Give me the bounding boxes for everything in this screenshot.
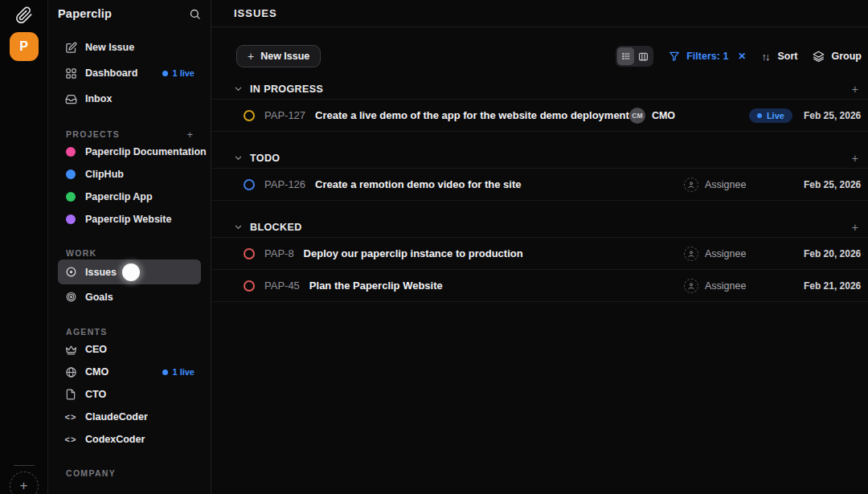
add-issue-to-section-button[interactable]: + bbox=[852, 83, 858, 96]
section-title: BLOCKED bbox=[250, 222, 302, 233]
workspace-avatar[interactable]: P bbox=[10, 32, 39, 61]
sidebar-agent-cmo[interactable]: CMO 1 live bbox=[58, 361, 201, 383]
issue-due-date: Feb 25, 2026 bbox=[804, 179, 860, 190]
sidebar-item-goals[interactable]: Goals bbox=[58, 284, 201, 309]
project-color-dot bbox=[66, 192, 76, 202]
issue-id: PAP-127 bbox=[264, 109, 305, 121]
issue-row-pap-127[interactable]: PAP-127 Create a live demo of the app fo… bbox=[211, 100, 868, 132]
layers-icon bbox=[813, 51, 825, 63]
person-icon bbox=[684, 279, 698, 293]
issues-icon bbox=[64, 266, 77, 278]
company-section-label: COMPANY bbox=[58, 467, 201, 480]
person-icon bbox=[684, 247, 698, 261]
live-dot-icon bbox=[162, 369, 168, 375]
issue-due-date: Feb 20, 2026 bbox=[804, 248, 860, 259]
sidebar-item-label: New Issue bbox=[85, 42, 134, 53]
project-color-dot bbox=[66, 147, 76, 157]
add-project-button[interactable]: + bbox=[186, 129, 193, 141]
status-blocked-icon[interactable] bbox=[244, 280, 255, 292]
compose-icon bbox=[64, 41, 77, 54]
code-icon: <> bbox=[64, 435, 77, 444]
sidebar-item-dashboard[interactable]: Dashboard 1 live bbox=[58, 60, 201, 86]
sidebar-agent-claudecoder[interactable]: <> ClaudeCoder bbox=[58, 406, 201, 428]
clear-filters-icon[interactable]: ✕ bbox=[738, 51, 746, 62]
add-issue-to-section-button[interactable]: + bbox=[852, 152, 858, 165]
issue-id: PAP-8 bbox=[264, 247, 294, 259]
group-button[interactable]: Group bbox=[813, 51, 862, 63]
sidebar-item-new-issue[interactable]: New Issue bbox=[58, 35, 201, 60]
section-blocked: BLOCKED + PAP-8 Deploy our paperclip ins… bbox=[211, 217, 868, 302]
plus-icon: + bbox=[248, 50, 254, 63]
person-icon bbox=[684, 178, 698, 192]
issue-due-date: Feb 25, 2026 bbox=[804, 110, 860, 121]
list-view-button[interactable] bbox=[617, 47, 634, 65]
rail-divider bbox=[14, 465, 35, 466]
inbox-icon bbox=[64, 92, 77, 105]
main-panel: ISSUES + New Issue bbox=[211, 0, 868, 494]
live-dot-icon bbox=[162, 71, 168, 76]
chevron-down-icon[interactable] bbox=[234, 153, 243, 162]
section-in-progress: IN PROGRESS + PAP-127 Create a live demo… bbox=[211, 79, 868, 132]
status-in-progress-icon[interactable] bbox=[244, 110, 255, 121]
issue-title: Create a live demo of the app for the we… bbox=[315, 109, 629, 121]
agents-section-label: AGENTS bbox=[58, 325, 201, 338]
chevron-down-icon[interactable] bbox=[234, 84, 243, 93]
issue-title: Deploy our paperclip instance to product… bbox=[304, 247, 523, 259]
goals-icon bbox=[64, 291, 77, 303]
workspace-rail: P + bbox=[0, 0, 48, 494]
paperclip-logo-icon bbox=[0, 0, 47, 24]
projects-section-label: PROJECTS + bbox=[58, 128, 201, 141]
live-dot-icon bbox=[757, 113, 762, 118]
add-workspace-button[interactable]: + bbox=[10, 472, 39, 494]
issue-id: PAP-45 bbox=[264, 280, 300, 292]
issue-row-pap-8[interactable]: PAP-8 Deploy our paperclip instance to p… bbox=[211, 238, 868, 270]
sidebar-item-inbox[interactable]: Inbox bbox=[58, 86, 201, 112]
dashboard-icon bbox=[64, 67, 77, 80]
sidebar-project-paperclip-documentation[interactable]: Paperclip Documentation bbox=[58, 141, 201, 163]
sidebar-title: Paperclip bbox=[58, 7, 112, 20]
issue-due-date: Feb 21, 2026 bbox=[804, 280, 860, 292]
add-issue-to-section-button[interactable]: + bbox=[852, 221, 858, 234]
issue-row-pap-126[interactable]: PAP-126 Create a remotion demo video for… bbox=[211, 169, 868, 201]
issue-row-pap-45[interactable]: PAP-45 Plan the Paperclip Website Assign… bbox=[211, 270, 868, 302]
search-icon[interactable] bbox=[189, 8, 201, 20]
board-view-button[interactable] bbox=[635, 47, 652, 65]
issue-title: Create a remotion demo video for the sit… bbox=[315, 178, 521, 190]
sort-arrows-icon: ↑↓ bbox=[761, 51, 771, 63]
chevron-down-icon[interactable] bbox=[234, 223, 243, 231]
issue-id: PAP-126 bbox=[264, 178, 305, 190]
sidebar-item-issues[interactable]: Issues bbox=[58, 259, 201, 284]
globe-icon bbox=[64, 366, 77, 378]
cursor-indicator bbox=[122, 263, 140, 281]
filter-funnel-icon bbox=[669, 51, 680, 62]
project-color-dot bbox=[66, 169, 76, 179]
sidebar: Paperclip New Issue Dashboard 1 bbox=[48, 0, 211, 494]
sidebar-project-paperclip-website[interactable]: Paperclip Website bbox=[58, 208, 201, 231]
crown-icon bbox=[64, 344, 77, 356]
status-todo-icon[interactable] bbox=[244, 179, 255, 190]
sidebar-agent-cto[interactable]: CTO bbox=[58, 383, 201, 406]
document-icon bbox=[64, 389, 77, 400]
status-blocked-icon[interactable] bbox=[244, 248, 255, 259]
app-window: P + Paperclip New Issue Das bbox=[0, 0, 868, 494]
sidebar-project-cliphub[interactable]: ClipHub bbox=[58, 163, 201, 186]
code-icon: <> bbox=[64, 412, 77, 422]
work-section-label: WORK bbox=[58, 247, 201, 259]
issue-assignee[interactable]: Assignee bbox=[684, 178, 792, 192]
issue-assignee[interactable]: Assignee bbox=[684, 279, 792, 293]
sidebar-item-label: Inbox bbox=[85, 93, 112, 104]
issue-title: Plan the Paperclip Website bbox=[309, 280, 443, 292]
new-issue-button[interactable]: + New Issue bbox=[236, 45, 321, 67]
sort-button[interactable]: ↑↓ Sort bbox=[761, 51, 797, 63]
sidebar-agent-ceo[interactable]: CEO bbox=[58, 338, 201, 361]
issue-assignee[interactable]: CM CMO bbox=[629, 108, 738, 124]
page-title: ISSUES bbox=[234, 7, 277, 19]
avatar: CM bbox=[629, 108, 645, 124]
filters-control[interactable]: Filters: 1 ✕ bbox=[669, 51, 746, 62]
issue-assignee[interactable]: Assignee bbox=[684, 247, 792, 261]
sidebar-project-paperclip-app[interactable]: Paperclip App bbox=[58, 186, 201, 208]
section-title: IN PROGRESS bbox=[250, 84, 323, 95]
section-title: TODO bbox=[250, 153, 280, 164]
sidebar-agent-codexcoder[interactable]: <> CodexCoder bbox=[58, 428, 201, 451]
filters-label: Filters: 1 bbox=[686, 51, 728, 62]
